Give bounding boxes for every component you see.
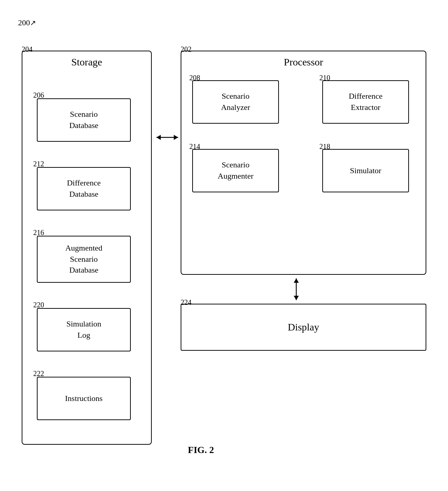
main-ref-arrow-icon: ↗ [30, 19, 36, 27]
processor-title: Processor [181, 51, 426, 72]
augmented-scenario-db-box: AugmentedScenarioDatabase [37, 236, 131, 283]
simulator-label: Simulator [350, 165, 382, 176]
simulation-log-box: SimulationLog [37, 308, 131, 351]
main-ref-label: 200↗ [18, 18, 36, 27]
storage-box: Storage 206 ScenarioDatabase 212 Differe… [22, 51, 152, 445]
processor-display-arrow [289, 275, 303, 304]
instructions-box: Instructions [37, 377, 131, 420]
difference-extractor-label: DifferenceExtractor [349, 91, 383, 113]
display-box: Display [181, 304, 426, 351]
diagram-container: 200↗ 204 Storage 206 ScenarioDatabase 21… [14, 14, 434, 477]
svg-marker-2 [174, 135, 178, 140]
scenario-db-label: ScenarioDatabase [69, 109, 99, 131]
figure-label: FIG. 2 [188, 445, 214, 456]
simulator-box: Simulator [322, 149, 409, 192]
storage-title: Storage [22, 51, 151, 72]
instructions-label: Instructions [65, 393, 103, 404]
scenario-analyzer-box: ScenarioAnalyzer [192, 80, 279, 124]
svg-marker-5 [294, 296, 299, 300]
scenario-analyzer-label: ScenarioAnalyzer [221, 91, 250, 113]
display-label: Display [288, 321, 319, 333]
difference-db-label: DifferenceDatabase [67, 178, 101, 200]
simulation-log-label: SimulationLog [66, 319, 102, 341]
difference-extractor-box: DifferenceExtractor [322, 80, 409, 124]
scenario-db-box: ScenarioDatabase [37, 98, 131, 142]
main-ref-number: 200 [18, 18, 30, 27]
processor-box: Processor 208 ScenarioAnalyzer 210 Diffe… [181, 51, 426, 275]
svg-marker-4 [294, 278, 299, 283]
storage-processor-arrow [153, 130, 182, 145]
scenario-augmenter-box: ScenarioAugmenter [192, 149, 279, 192]
difference-db-box: DifferenceDatabase [37, 167, 131, 210]
scenario-augmenter-label: ScenarioAugmenter [218, 159, 254, 182]
augmented-scenario-db-label: AugmentedScenarioDatabase [65, 243, 103, 276]
svg-marker-1 [156, 135, 161, 140]
